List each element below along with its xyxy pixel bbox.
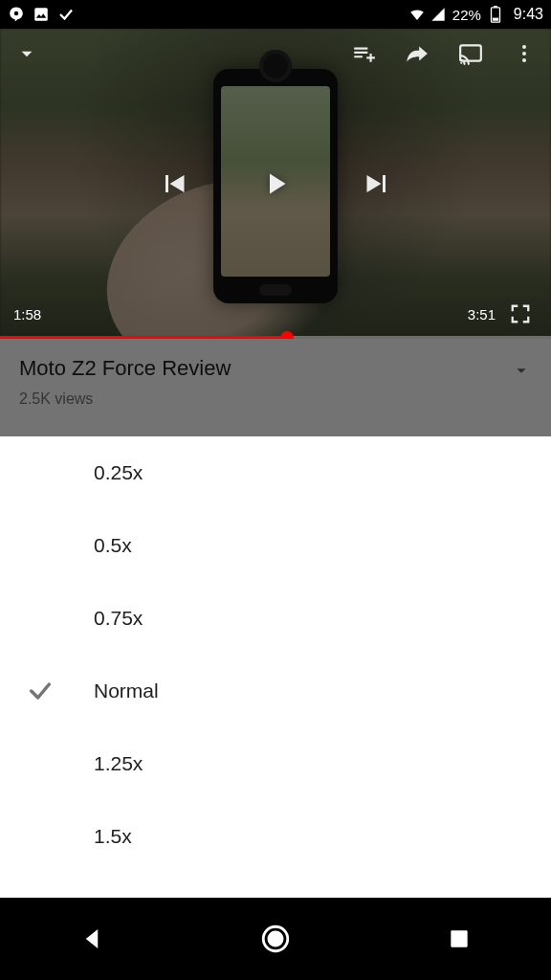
more-options-icon[interactable] bbox=[507, 36, 541, 71]
checkmark-notification-icon bbox=[57, 6, 75, 23]
fullscreen-icon[interactable] bbox=[503, 297, 538, 331]
share-icon[interactable] bbox=[400, 36, 434, 71]
collapse-icon[interactable] bbox=[10, 36, 44, 71]
battery-icon bbox=[487, 6, 504, 23]
wifi-icon bbox=[408, 6, 426, 23]
player-center-controls bbox=[0, 167, 551, 201]
status-time: 9:43 bbox=[514, 6, 543, 23]
nav-home-icon[interactable] bbox=[247, 910, 304, 968]
svg-rect-4 bbox=[493, 18, 498, 21]
svg-point-0 bbox=[14, 11, 19, 16]
nav-back-icon[interactable] bbox=[63, 910, 121, 968]
status-left bbox=[8, 6, 75, 23]
hangouts-notification-icon bbox=[8, 6, 25, 23]
speed-option-label: 0.5x bbox=[94, 534, 132, 557]
speed-option-label: Normal bbox=[94, 679, 159, 702]
speed-option-label: 0.25x bbox=[94, 461, 143, 484]
svg-rect-12 bbox=[451, 930, 467, 947]
player-bottom-controls: 1:58 3:51 bbox=[0, 297, 551, 331]
progress-thumb[interactable] bbox=[280, 331, 294, 340]
svg-point-6 bbox=[460, 62, 462, 64]
player-top-controls bbox=[0, 36, 551, 71]
speed-option[interactable]: 1.5x bbox=[0, 800, 551, 873]
speed-option-label: 1.25x bbox=[94, 752, 143, 775]
svg-rect-1 bbox=[34, 8, 48, 21]
checkmark-icon bbox=[27, 678, 94, 704]
svg-rect-3 bbox=[494, 6, 497, 8]
total-time: 3:51 bbox=[468, 306, 496, 323]
previous-icon[interactable] bbox=[157, 167, 191, 201]
speed-option[interactable]: 0.75x bbox=[0, 582, 551, 655]
svg-point-8 bbox=[522, 52, 526, 56]
status-right: 22% 9:43 bbox=[408, 6, 543, 23]
speed-option[interactable]: 0.25x bbox=[0, 436, 551, 509]
speed-option[interactable]: 1.25x bbox=[0, 727, 551, 800]
video-player[interactable]: 1:58 3:51 bbox=[0, 29, 551, 339]
meta-overlay-dim bbox=[0, 339, 551, 436]
speed-option-label: 1.5x bbox=[94, 825, 132, 848]
cast-icon[interactable] bbox=[453, 36, 488, 71]
add-to-playlist-icon[interactable] bbox=[346, 36, 381, 71]
svg-point-11 bbox=[269, 932, 282, 946]
nav-recents-icon[interactable] bbox=[430, 910, 488, 968]
play-icon[interactable] bbox=[258, 167, 293, 201]
cell-signal-icon bbox=[430, 6, 447, 23]
battery-percent: 22% bbox=[452, 7, 481, 23]
svg-rect-5 bbox=[460, 45, 481, 60]
svg-point-9 bbox=[522, 58, 526, 62]
screen: 22% 9:43 bbox=[0, 0, 551, 980]
svg-point-7 bbox=[522, 45, 526, 49]
status-bar: 22% 9:43 bbox=[0, 0, 551, 29]
speed-option-label: 0.75x bbox=[94, 607, 143, 630]
video-meta-row[interactable]: Moto Z2 Force Review 2.5K views bbox=[0, 339, 551, 436]
playback-speed-sheet: 0.25x0.5x0.75xNormal1.25x1.5x2x bbox=[0, 436, 551, 898]
speed-option[interactable]: 0.5x bbox=[0, 509, 551, 582]
android-nav-bar bbox=[0, 898, 551, 980]
speed-option[interactable]: Normal bbox=[0, 655, 551, 727]
image-notification-icon bbox=[33, 6, 50, 23]
current-time: 1:58 bbox=[13, 306, 41, 323]
next-icon[interactable] bbox=[360, 167, 394, 201]
